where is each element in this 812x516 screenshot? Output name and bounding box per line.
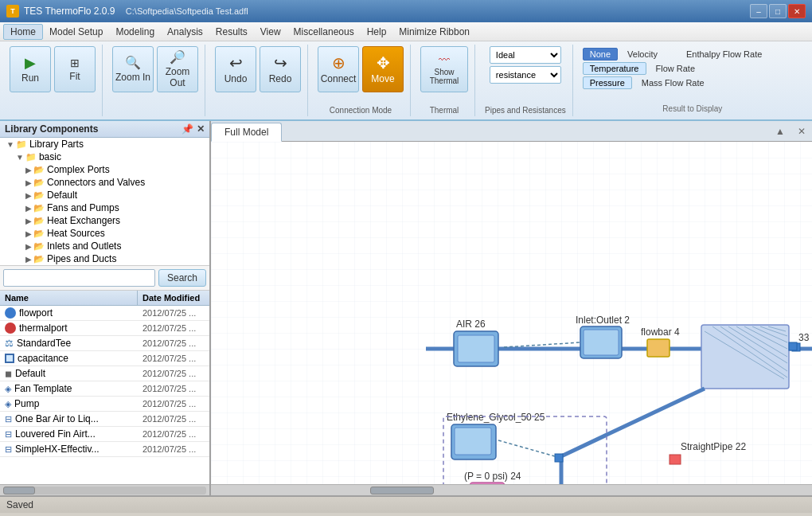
pump-date: 2012/07/25 ... xyxy=(138,397,209,410)
menu-model-setup[interactable]: Model Setup xyxy=(43,25,109,39)
menu-miscellaneous[interactable]: Miscellaneous xyxy=(287,25,361,39)
parts-row-flowport[interactable]: flowport 2012/07/25 ... xyxy=(0,306,209,321)
result-row-2: Temperature Flow Rate xyxy=(583,62,802,75)
ribbon-group-zoom: 🔍 Zoom In 🔎 Zoom Out xyxy=(106,45,205,116)
maximize-button[interactable]: □ xyxy=(769,4,787,18)
result-none-badge[interactable]: None xyxy=(583,48,618,61)
result-massflow-label[interactable]: Mass Flow Rate xyxy=(638,77,708,88)
expand-fans[interactable]: ▶ xyxy=(25,204,32,213)
menu-help[interactable]: Help xyxy=(361,25,393,39)
result-enthalpy-label[interactable]: Enthalpy Flow Rate xyxy=(683,49,765,60)
fit-button[interactable]: ⊞ Fit xyxy=(54,46,96,92)
tree-label-default: Default xyxy=(47,190,77,201)
canvas-close-icon[interactable]: ✕ xyxy=(791,123,812,141)
parts-row-standardtee[interactable]: ⚖ StandardTee 2012/07/25 ... xyxy=(0,336,209,351)
panel-header: Library Components 📌 ✕ xyxy=(0,121,209,138)
menu-minimize-ribbon[interactable]: Minimize Ribbon xyxy=(392,25,476,39)
tree-item-fans[interactable]: ▶ 📂 Fans and Pumps xyxy=(0,201,209,214)
run-button[interactable]: ▶ Run xyxy=(10,46,51,92)
expand-default[interactable]: ▶ xyxy=(25,191,32,200)
parts-row-capacitance[interactable]: capacitance 2012/07/25 ... xyxy=(0,351,209,366)
tab-full-model[interactable]: Full Model xyxy=(211,123,282,142)
title-bar: T TES ThermoFlo 2.0.9 C:\Softpedia\Softp… xyxy=(0,0,812,22)
one-bar-date: 2012/07/25 ... xyxy=(138,412,209,425)
parts-row-one-bar[interactable]: ⊟ One Bar Air to Liq... 2012/07/25 ... xyxy=(0,412,209,427)
tree-item-inlets[interactable]: ▶ 📂 Inlets and Outlets xyxy=(0,240,209,252)
expand-complex-ports[interactable]: ▶ xyxy=(25,166,32,174)
zoom-out-button[interactable]: 🔎 Zoom Out xyxy=(157,46,198,92)
menu-view[interactable]: View xyxy=(254,25,287,39)
search-button[interactable]: Search xyxy=(158,269,206,287)
pump-label: Pump xyxy=(14,398,39,409)
svg-text:AIR 26: AIR 26 xyxy=(456,319,486,330)
svg-text:(P = 0 psi) 24: (P = 0 psi) 24 xyxy=(464,471,521,482)
tree-item-complex-ports[interactable]: ▶ 📂 Complex Ports xyxy=(0,163,209,176)
parts-row-defaultpart[interactable]: ◼ Default 2012/07/25 ... xyxy=(0,366,209,381)
svg-text:Inlet:Outlet 2: Inlet:Outlet 2 xyxy=(576,315,630,326)
zoom-in-button[interactable]: 🔍 Zoom In xyxy=(112,46,154,92)
svg-rect-8 xyxy=(647,339,670,357)
result-pressure-badge[interactable]: Pressure xyxy=(583,76,632,89)
redo-button[interactable]: ↪ Redo xyxy=(260,46,301,92)
folder-icon-pipes: 📂 xyxy=(33,254,45,264)
result-temp-badge[interactable]: Temperature xyxy=(583,62,646,75)
canvas-hscrollbar[interactable] xyxy=(211,484,812,495)
panel-title: Library Components xyxy=(5,123,98,135)
canvas-viewport[interactable]: AIR 26 Inlet:Outlet 2 flowbar 4 xyxy=(211,142,812,484)
standardtee-date: 2012/07/25 ... xyxy=(138,337,209,350)
simplehx-icon: ⊟ xyxy=(5,444,12,455)
left-panel: Library Components 📌 ✕ ▼ 📁 Library Parts… xyxy=(0,121,211,495)
expand-basic[interactable]: ▼ xyxy=(16,153,24,162)
run-icon: ▶ xyxy=(25,56,36,70)
expand-pipes[interactable]: ▶ xyxy=(25,255,32,264)
menu-modeling[interactable]: Modeling xyxy=(109,25,161,39)
connect-button[interactable]: ⊕ Connect xyxy=(318,46,359,92)
menu-analysis[interactable]: Analysis xyxy=(161,25,209,39)
expand-connectors[interactable]: ▶ xyxy=(25,178,32,187)
minimize-button[interactable]: – xyxy=(750,4,767,18)
parts-row-simplehx[interactable]: ⊟ SimpleHX-Effectiv... 2012/07/25 ... xyxy=(0,442,209,457)
parts-col-name-header: Name xyxy=(0,291,138,305)
menu-home[interactable]: Home xyxy=(3,24,43,40)
result-flowrate-label[interactable]: Flow Rate xyxy=(653,63,699,74)
tree-label-heat-sources: Heat Sources xyxy=(47,228,105,239)
flowport-date: 2012/07/25 ... xyxy=(138,307,209,319)
search-input[interactable] xyxy=(3,269,155,287)
tree-label-fans: Fans and Pumps xyxy=(47,202,119,213)
tree-item-default[interactable]: ▶ 📂 Default xyxy=(0,189,209,201)
ideal-select[interactable]: Ideal Real xyxy=(490,46,561,64)
expand-inlets[interactable]: ▶ xyxy=(25,242,32,251)
canvas-collapse-icon[interactable]: ▲ xyxy=(769,123,791,141)
parts-row-louvered[interactable]: ⊟ Louvered Fin Airt... 2012/07/25 ... xyxy=(0,427,209,442)
simplehx-date: 2012/07/25 ... xyxy=(138,443,209,455)
tree-item-pipes[interactable]: ▶ 📂 Pipes and Ducts xyxy=(0,252,209,265)
svg-rect-0 xyxy=(211,142,812,484)
close-button[interactable]: ✕ xyxy=(788,4,806,18)
tree-item-basic[interactable]: ▼ 📁 basic xyxy=(0,150,209,163)
expand-heat-exchangers[interactable]: ▶ xyxy=(25,217,32,225)
parts-row-thermalport[interactable]: thermalport 2012/07/25 ... xyxy=(0,321,209,336)
result-to-display-label: Result to Display xyxy=(583,104,802,113)
default-date: 2012/07/25 ... xyxy=(138,367,209,380)
panel-pin-icon[interactable]: 📌 xyxy=(182,123,193,135)
tree-label-basic: basic xyxy=(39,151,61,162)
undo-button[interactable]: ↩ Undo xyxy=(215,46,256,92)
expand-library-parts[interactable]: ▼ xyxy=(6,140,14,149)
tree-item-heat-sources[interactable]: ▶ 📂 Heat Sources xyxy=(0,227,209,240)
expand-heat-sources[interactable]: ▶ xyxy=(25,229,32,238)
result-velocity-label[interactable]: Velocity xyxy=(624,49,661,60)
panel-close-icon[interactable]: ✕ xyxy=(197,123,205,135)
thermalport-icon xyxy=(5,322,16,334)
show-thermal-button[interactable]: 〰 ShowThermal xyxy=(420,46,468,92)
tree-item-connectors[interactable]: ▶ 📂 Connectors and Valves xyxy=(0,176,209,189)
parts-row-pump[interactable]: ◈ Pump 2012/07/25 ... xyxy=(0,397,209,412)
tree-item-heat-exchangers[interactable]: ▶ 📂 Heat Exchangers xyxy=(0,214,209,227)
canvas-area: Full Model ▲ ✕ xyxy=(211,121,812,495)
move-button[interactable]: ✥ Move xyxy=(362,46,404,92)
parts-row-fan-template[interactable]: ◈ Fan Template 2012/07/25 ... xyxy=(0,381,209,397)
resistance-select[interactable]: resistance flow xyxy=(490,66,561,84)
tree-item-library-parts[interactable]: ▼ 📁 Library Parts xyxy=(0,138,209,150)
menu-results[interactable]: Results xyxy=(209,25,254,39)
library-tree: ▼ 📁 Library Parts ▼ 📁 basic ▶ 📂 Complex … xyxy=(0,138,209,266)
canvas-hscrollbar-thumb[interactable] xyxy=(370,487,434,494)
